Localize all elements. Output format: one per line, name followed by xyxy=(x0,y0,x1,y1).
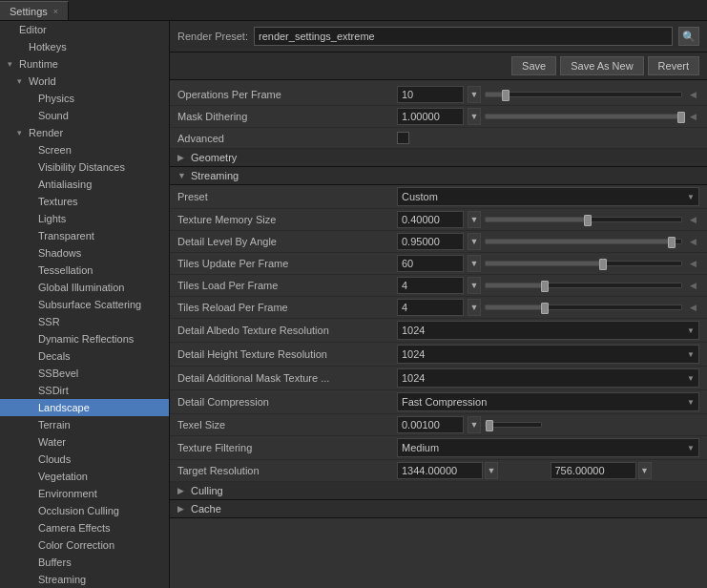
sidebar-item-sound[interactable]: Sound xyxy=(0,107,169,124)
detail-angle-label: Detail Level By Angle xyxy=(177,236,397,247)
tiles-update-right: ◀ xyxy=(686,255,699,272)
tiles-reload-arrow[interactable]: ▼ xyxy=(468,299,481,316)
advanced-control xyxy=(397,132,699,144)
revert-button[interactable]: Revert xyxy=(648,56,699,75)
sidebar-item-clouds[interactable]: Clouds xyxy=(0,451,169,468)
operations-per-frame-input[interactable] xyxy=(397,86,464,103)
geometry-section[interactable]: ▶ Geometry xyxy=(170,149,707,167)
sidebar-item-vegetation[interactable]: Vegetation xyxy=(0,468,169,485)
detail-height-dropdown[interactable]: 1024 ▼ xyxy=(397,345,699,364)
texel-arrow[interactable]: ▼ xyxy=(468,416,481,433)
tiles-reload-row: Tiles Reload Per Frame ▼ ◀ xyxy=(170,297,707,319)
texture-filtering-dropdown[interactable]: Medium ▼ xyxy=(397,438,699,457)
preset-dropdown[interactable]: Custom ▼ xyxy=(397,187,699,206)
sidebar-item-shadows[interactable]: Shadows xyxy=(0,244,169,262)
sidebar-item-subsurface-scattering[interactable]: Subsurface Scattering xyxy=(0,296,169,313)
sidebar-item-label: Textures xyxy=(38,196,78,207)
sidebar-item-ssdirt[interactable]: SSDirt xyxy=(0,382,169,399)
sidebar-item-buffers[interactable]: Buffers xyxy=(0,554,169,571)
ops-slider[interactable] xyxy=(485,92,682,97)
tiles-load-slider[interactable] xyxy=(485,283,682,288)
tex-mem-right: ◀ xyxy=(686,211,699,228)
tex-mem-arrow[interactable]: ▼ xyxy=(468,211,481,228)
sidebar-item-camera-effects[interactable]: Camera Effects xyxy=(0,519,169,536)
sidebar-item-render[interactable]: ▾Render xyxy=(0,124,169,141)
sidebar-item-terrain[interactable]: Terrain xyxy=(0,416,169,433)
action-bar: Save Save As New Revert xyxy=(170,52,707,80)
sidebar-item-antialiasing[interactable]: Antialiasing xyxy=(0,176,169,193)
sidebar-item-global-illumination[interactable]: Global Illumination xyxy=(0,279,169,296)
sidebar-item-textures[interactable]: Textures xyxy=(0,193,169,210)
sidebar-item-label: Screen xyxy=(38,144,72,156)
preset-input[interactable] xyxy=(254,27,673,46)
detail-compression-arrow: ▼ xyxy=(687,398,695,407)
sidebar-item-ssbevel[interactable]: SSBevel xyxy=(0,365,169,382)
streaming-title: Streaming xyxy=(191,170,239,181)
ops-arrow[interactable]: ▼ xyxy=(468,86,481,103)
detail-compression-dropdown[interactable]: Fast Compression ▼ xyxy=(397,392,699,411)
tiles-update-input[interactable] xyxy=(397,255,464,272)
sidebar-item-visibility-distances[interactable]: Visibility Distances xyxy=(0,158,169,176)
tiles-reload-slider[interactable] xyxy=(485,304,682,310)
sidebar-item-environment[interactable]: Environment xyxy=(0,485,169,502)
tiles-update-arrow[interactable]: ▼ xyxy=(468,255,481,272)
sidebar-item-world[interactable]: ▾World xyxy=(0,73,169,90)
target-res-input1[interactable] xyxy=(397,462,483,479)
detail-albedo-dropdown[interactable]: 1024 ▼ xyxy=(397,321,699,340)
sidebar-item-occlusion-culling[interactable]: Occlusion Culling xyxy=(0,502,169,519)
target-res-input2[interactable] xyxy=(551,462,636,479)
detail-mask-label: Detail Additional Mask Texture ... xyxy=(177,372,397,384)
target-resolution-dual: ▼ ▼ xyxy=(397,462,699,479)
tab-close[interactable]: × xyxy=(53,7,58,16)
mask-dithering-control: ▼ ◀ xyxy=(397,108,699,125)
tiles-reload-right: ◀ xyxy=(686,299,699,316)
tex-mem-slider[interactable] xyxy=(485,217,682,222)
sidebar-item-runtime[interactable]: ▾Runtime xyxy=(0,55,169,73)
detail-angle-input[interactable] xyxy=(397,233,464,250)
mask-slider[interactable] xyxy=(485,114,682,119)
sidebar-item-lights[interactable]: Lights xyxy=(0,210,169,227)
search-button[interactable]: 🔍 xyxy=(678,27,699,46)
target-resolution-box2: ▼ xyxy=(551,462,700,479)
advanced-checkbox[interactable] xyxy=(397,132,409,144)
sidebar-item-screen[interactable]: Screen xyxy=(0,141,169,158)
texel-slider[interactable] xyxy=(485,422,542,428)
sidebar-item-tessellation[interactable]: Tessellation xyxy=(0,262,169,279)
res1-arrow[interactable]: ▼ xyxy=(485,462,498,479)
settings-tab[interactable]: Settings × xyxy=(0,1,69,20)
tiles-load-control: ▼ ◀ xyxy=(397,277,699,294)
texture-memory-input[interactable] xyxy=(397,211,464,228)
advanced-row: Advanced xyxy=(170,128,707,149)
sidebar-item-streaming[interactable]: Streaming xyxy=(0,571,169,588)
sidebar-item-decals[interactable]: Decals xyxy=(0,347,169,365)
sidebar-item-hotkeys[interactable]: Hotkeys xyxy=(0,38,169,55)
tiles-reload-input[interactable] xyxy=(397,299,464,316)
mask-dithering-input[interactable] xyxy=(397,108,464,125)
streaming-section[interactable]: ▼ Streaming xyxy=(170,167,707,185)
sidebar-item-color-correction[interactable]: Color Correction xyxy=(0,536,169,554)
sidebar-item-landscape[interactable]: Landscape xyxy=(0,399,169,416)
sidebar-item-water[interactable]: Water xyxy=(0,433,169,451)
save-button[interactable]: Save xyxy=(511,56,556,75)
tiles-load-input[interactable] xyxy=(397,277,464,294)
sidebar-item-transparent[interactable]: Transparent xyxy=(0,227,169,244)
sidebar-item-dynamic-reflections[interactable]: Dynamic Reflections xyxy=(0,330,169,347)
tiles-load-arrow[interactable]: ▼ xyxy=(468,277,481,294)
detail-mask-dropdown[interactable]: 1024 ▼ xyxy=(397,368,699,388)
sidebar-item-ssr[interactable]: SSR xyxy=(0,313,169,330)
sidebar-item-editor[interactable]: Editor xyxy=(0,21,169,38)
settings-scroll: Operations Per Frame ▼ ◀ Mask Dithering … xyxy=(170,80,707,588)
tiles-update-slider[interactable] xyxy=(485,261,682,266)
cache-section[interactable]: ▶ Cache xyxy=(170,500,707,518)
sidebar-item-physics[interactable]: Physics xyxy=(0,90,169,107)
res2-arrow[interactable]: ▼ xyxy=(638,462,652,479)
culling-section[interactable]: ▶ Culling xyxy=(170,482,707,500)
mask-arrow[interactable]: ▼ xyxy=(468,108,481,125)
save-as-new-button[interactable]: Save As New xyxy=(560,56,643,75)
cache-expand-icon: ▶ xyxy=(177,504,187,514)
detail-angle-arrow[interactable]: ▼ xyxy=(468,233,481,250)
sidebar-item-label: Sound xyxy=(38,110,69,121)
detail-angle-slider[interactable] xyxy=(485,239,682,244)
texel-size-input[interactable] xyxy=(397,416,464,433)
preset-label: Render Preset: xyxy=(177,31,248,42)
